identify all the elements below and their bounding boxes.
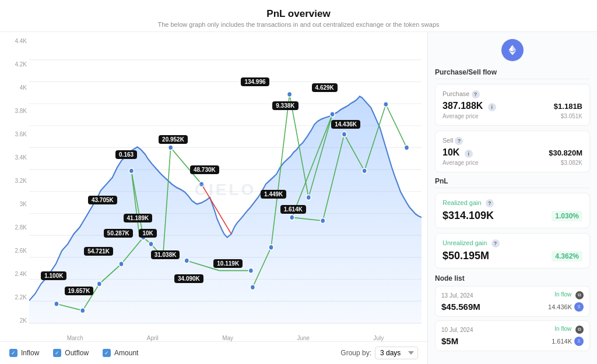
- purchase-avg: Average price $3.051K: [443, 113, 582, 119]
- y-label-6: 3.2K: [2, 178, 27, 184]
- inflow-legend[interactable]: ✓ Inflow: [9, 349, 39, 357]
- group-by-section: Group by: 3 days 7 days 1 month: [340, 347, 418, 359]
- node-item-0: 13 Jul, 2024 In flow ⧉ $45.569M 14.436K …: [435, 286, 590, 317]
- node-date-0: 13 Jul, 2024: [441, 292, 473, 299]
- purchase-amount: 387.188K i: [443, 101, 496, 111]
- group-by-select[interactable]: 3 days 7 days 1 month: [375, 347, 418, 359]
- svg-point-39: [119, 261, 124, 267]
- amount-legend[interactable]: ✓ Amount: [103, 349, 138, 357]
- chart-label-3: 50.287K: [104, 229, 133, 238]
- token-badge-1: Ξ: [574, 337, 584, 346]
- node-list-title: Node list: [435, 274, 590, 282]
- chart-section: 4.4K 4.2K 4K 3.8K 3.6K 3.4K 3.2K 3K 2.8K…: [0, 32, 428, 364]
- purchase-sell-title: Purchase/Sell flow: [435, 68, 590, 79]
- chart-area: 4.4K 4.2K 4K 3.8K 3.6K 3.4K 3.2K 3K 2.8K…: [0, 32, 427, 341]
- purchase-amount-icon[interactable]: i: [488, 103, 496, 111]
- svg-point-48: [250, 285, 255, 290]
- chart-label-10: 48.730K: [190, 165, 219, 174]
- y-axis: 4.4K 4.2K 4K 3.8K 3.6K 3.4K 3.2K 3K 2.8K…: [0, 38, 29, 324]
- y-label-5: 3.4K: [2, 154, 27, 161]
- unrealized-label: Unrealized gain ?: [443, 239, 582, 248]
- svg-point-56: [362, 168, 367, 174]
- node-top-0: 13 Jul, 2024 In flow ⧉: [441, 291, 584, 299]
- node-copy-icon-0[interactable]: ⧉: [575, 291, 584, 299]
- outflow-label: Outflow: [65, 349, 89, 357]
- y-label-1: 4.2K: [2, 61, 27, 68]
- sell-label: Sell ?: [443, 137, 582, 145]
- unrealized-value: $50.195M: [443, 250, 489, 262]
- y-label-9: 2.6K: [2, 248, 27, 254]
- chart-label-14: 1.449K: [261, 190, 286, 199]
- svg-point-52: [306, 195, 311, 200]
- realized-info-icon[interactable]: ?: [486, 199, 494, 207]
- y-label-12: 2K: [2, 317, 27, 324]
- group-by-label: Group by:: [340, 349, 371, 357]
- chart-label-11: 34.090K: [174, 274, 203, 283]
- svg-point-50: [287, 91, 292, 97]
- realized-pct: 1.030%: [552, 211, 582, 221]
- y-label-2: 4K: [2, 84, 27, 91]
- svg-point-51: [290, 215, 294, 220]
- y-label-10: 2.4K: [2, 271, 27, 277]
- realized-value: $314.109K: [443, 210, 494, 222]
- sell-main: 10K i $30.820M: [443, 147, 582, 158]
- sell-info-icon[interactable]: ?: [455, 137, 463, 145]
- node-top-1: 10 Jul, 2024 In flow ⧉: [441, 326, 584, 334]
- svg-point-38: [97, 281, 101, 287]
- node-flow-0: In flow ⧉: [554, 291, 584, 299]
- svg-point-57: [384, 102, 388, 107]
- node-bottom-1: $5M 1.614K Ξ: [441, 336, 584, 346]
- main-content: 4.4K 4.2K 4K 3.8K 3.6K 3.4K 3.2K 3K 2.8K…: [0, 32, 597, 364]
- realized-card: Realized gain ? $314.109K 1.030%: [435, 193, 590, 228]
- chart-label-16: 1.614K: [280, 205, 306, 214]
- outflow-checkbox[interactable]: ✓: [53, 349, 61, 357]
- node-token-1: 1.614K Ξ: [552, 337, 584, 346]
- sell-amount-icon[interactable]: i: [465, 150, 473, 158]
- node-flow-1: In flow ⧉: [554, 326, 584, 334]
- chart-label-0: 1.100K: [41, 271, 66, 280]
- sell-card: Sell ? 10K i $30.820M Average price $3.0…: [435, 130, 590, 172]
- chart-footer: ✓ Inflow ✓ Outflow ✓ Amount Group by: 3 …: [0, 341, 427, 364]
- y-label-11: 2.2K: [2, 294, 27, 301]
- sell-avg: Average price $3.082K: [443, 160, 582, 166]
- chart-label-7: 10K: [139, 229, 156, 238]
- chart-label-8: 31.038K: [151, 250, 180, 259]
- inflow-checkbox[interactable]: ✓: [9, 349, 17, 357]
- unrealized-info-icon[interactable]: ?: [491, 239, 500, 248]
- chart-label-15: 9.338K: [272, 101, 298, 110]
- svg-point-36: [54, 301, 59, 306]
- page-title: PnL overview: [0, 8, 597, 20]
- amount-checkbox[interactable]: ✓: [103, 349, 111, 357]
- chart-label-13: 134.996: [241, 77, 269, 86]
- svg-point-53: [321, 218, 325, 223]
- svg-point-42: [149, 241, 153, 246]
- node-date-1: 10 Jul, 2024: [441, 327, 473, 333]
- chart-svg: [29, 38, 422, 324]
- svg-point-49: [269, 245, 273, 250]
- amount-label: Amount: [114, 349, 138, 357]
- node-bottom-0: $45.569M 14.436K Ξ: [441, 302, 584, 312]
- chart-label-2: 54.721K: [84, 247, 113, 256]
- svg-point-58: [404, 145, 409, 150]
- purchase-card: Purchase ? 387.188K i $1.181B Average pr…: [435, 84, 590, 126]
- eth-svg: [507, 44, 518, 56]
- svg-point-45: [199, 182, 204, 187]
- realized-row: $314.109K 1.030%: [443, 210, 582, 222]
- y-label-4: 3.6K: [2, 131, 27, 137]
- purchase-usd: $1.181B: [554, 102, 582, 111]
- outflow-legend[interactable]: ✓ Outflow: [53, 349, 89, 357]
- sell-usd: $30.820M: [549, 149, 582, 157]
- app-container: PnL overview The below graph only includ…: [0, 0, 597, 364]
- chart-label-1: 19.657K: [65, 287, 94, 295]
- x-label-0: March: [67, 335, 83, 341]
- y-label-3: 3.8K: [2, 108, 27, 114]
- chart-label-9: 20.952K: [159, 135, 188, 144]
- node-copy-icon-1[interactable]: ⧉: [575, 326, 584, 334]
- svg-point-54: [330, 112, 335, 117]
- chart-label-12: 10.119K: [213, 259, 243, 268]
- y-label-7: 3K: [2, 201, 27, 207]
- purchase-info-icon[interactable]: ?: [472, 90, 480, 98]
- token-badge-0: Ξ: [574, 302, 584, 312]
- chart-label-5: 0.163: [115, 150, 137, 159]
- chart-canvas: CIELO 1.100K 19.657K 54.721K 50.287K 43.…: [29, 38, 422, 341]
